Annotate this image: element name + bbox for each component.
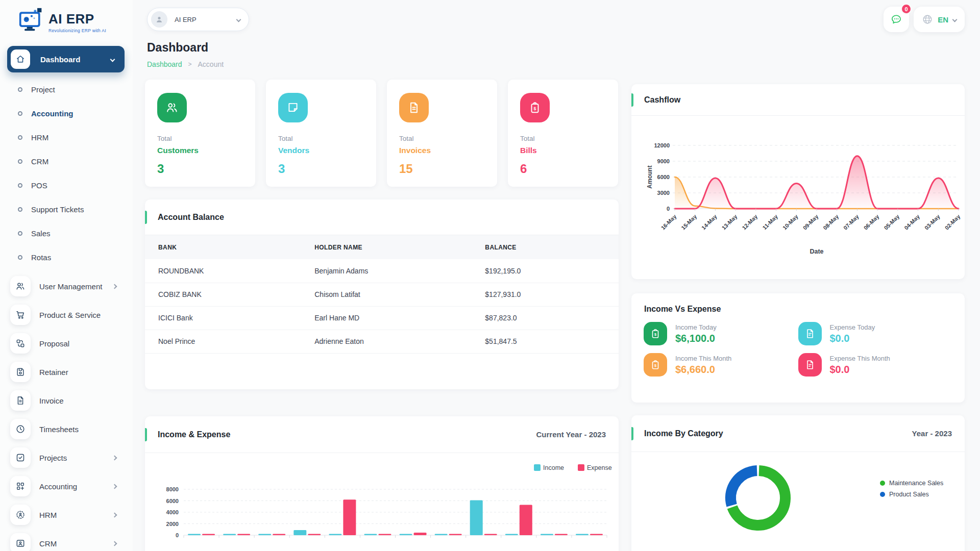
sidebar-item-user-management[interactable]: User Management: [0, 272, 133, 300]
chevron-right-icon: [112, 455, 117, 460]
accent-bar: [631, 427, 633, 440]
sidebar-item-crm[interactable]: CRM: [0, 149, 133, 173]
income-vs-expense-title: Income Vs Expense: [631, 293, 965, 314]
income-by-category-subtitle: Year - 2023: [912, 429, 952, 438]
chat-icon: [890, 13, 902, 26]
sidebar-item-projects[interactable]: Projects: [0, 443, 133, 472]
stat-card-invoices: Total Invoices 15: [387, 80, 497, 187]
cashflow-area-chart: 03000600090001200016-May15-May14-May13-M…: [631, 116, 965, 279]
breadcrumb-dashboard-link[interactable]: Dashboard: [147, 60, 182, 68]
legend-dot: [880, 481, 885, 486]
sidebar-item-accounting[interactable]: Accounting: [0, 102, 133, 126]
bullet-icon: [18, 183, 22, 188]
bill-icon: $: [650, 328, 661, 339]
metric-label: Income Today: [675, 323, 717, 331]
sidebar-item-retainer[interactable]: Retainer: [0, 358, 133, 386]
logo-title: AI ERP: [48, 11, 106, 27]
sidebar-item-sales[interactable]: Sales: [0, 221, 133, 245]
table-row: Noel PrinceAdrienne Eaton$51,847.5: [145, 330, 619, 353]
metric-label: Expense This Month: [830, 355, 890, 362]
sidebar-item-proposal[interactable]: Proposal: [0, 329, 133, 358]
stat-value: 6: [520, 162, 606, 176]
table-row: ICICI BankEarl Hane MD$87,823.0: [145, 306, 619, 330]
svg-text:02-May: 02-May: [944, 213, 962, 231]
sidebar-item-timesheets[interactable]: Timesheets: [0, 415, 133, 443]
logo-monitor-icon: [18, 7, 44, 33]
legend-item: Maintenance Sales: [880, 478, 943, 489]
sidebar-item-pos[interactable]: POS: [0, 173, 133, 197]
bill-icon: $: [528, 101, 542, 114]
bullet-icon: [18, 87, 22, 92]
donut-legend: Maintenance SalesProduct Sales: [880, 478, 943, 500]
income-expense-bar-chart: 02000400060008000IncomeExpense: [145, 453, 619, 551]
retainer-icon: [15, 367, 26, 377]
stat-card-vendors: Total Vendors 3: [266, 80, 376, 187]
sidebar-item-crm[interactable]: CRM: [0, 529, 133, 551]
svg-text:09-May: 09-May: [802, 213, 820, 231]
stat-prefix: Total: [399, 135, 485, 142]
legend-item: Product Sales: [880, 489, 943, 500]
stat-value: 3: [157, 162, 243, 176]
stat-value: 3: [278, 162, 364, 176]
chevron-down-icon: [110, 57, 115, 62]
metric-value: $0.0: [830, 364, 890, 375]
sidebar-item-project[interactable]: Project: [0, 78, 133, 102]
svg-text:Amount: Amount: [646, 165, 653, 188]
sidebar-item-rotas[interactable]: Rotas: [0, 245, 133, 269]
income-expense-chart-card: Income & Expense Current Year - 2023 020…: [145, 416, 619, 551]
svg-text:07-May: 07-May: [842, 213, 860, 231]
income-vs-expense-card: Income Vs Expense $ Income Today $6,100.…: [631, 293, 965, 403]
breadcrumb-separator: >: [188, 61, 192, 68]
sidebar-item-support-tickets[interactable]: Support Tickets: [0, 197, 133, 221]
metric-income-this-month: $ Income This Month $6,660.0: [644, 353, 798, 377]
sidebar-dashboard-label: Dashboard: [40, 55, 80, 64]
invoice-icon: [407, 101, 421, 114]
notifications-button[interactable]: 0: [884, 7, 909, 32]
bullet-icon: [18, 207, 22, 212]
globe-icon: [922, 14, 933, 25]
notification-badge: 0: [901, 4, 912, 14]
sidebar-item-accounting[interactable]: Accounting: [0, 472, 133, 500]
sidebar-item-invoice[interactable]: Invoice: [0, 386, 133, 415]
stat-cards-row: Total Customers 3 Total Vendors 3 Total …: [145, 80, 619, 187]
metric-label: Expense Today: [830, 323, 875, 331]
chevron-right-icon: [112, 484, 117, 489]
sidebar-item-hrm[interactable]: HRM: [0, 500, 133, 529]
stat-label: Vendors: [278, 146, 364, 155]
workspace-selector[interactable]: AI ERP: [147, 8, 249, 31]
sidebar-item-dashboard[interactable]: Dashboard: [7, 46, 125, 72]
sidebar-item-product-service[interactable]: Product & Service: [0, 300, 133, 329]
app-logo[interactable]: AI ERP Revolutionizing ERP with AI: [0, 0, 133, 43]
sidebar-item-hrm[interactable]: HRM: [0, 126, 133, 149]
svg-text:Income: Income: [543, 464, 564, 471]
users-icon: [15, 281, 26, 291]
bullet-icon: [18, 135, 22, 140]
stat-label: Customers: [157, 146, 243, 155]
stat-prefix: Total: [520, 135, 606, 142]
income-by-category-title: Income By Category: [644, 429, 723, 438]
projects-icon: [15, 453, 26, 463]
table-header-row: BANKHOLDER NAMEBALANCE: [145, 235, 619, 259]
svg-text:04-May: 04-May: [903, 213, 921, 231]
svg-text:6000: 6000: [657, 174, 670, 180]
cart-icon: [15, 310, 26, 320]
users-icon: [165, 101, 179, 114]
svg-text:08-May: 08-May: [822, 213, 840, 231]
account-balance-table: BANKHOLDER NAMEBALANCE ROUNDBANKBenjamin…: [145, 235, 619, 354]
column-header: BANK: [145, 235, 301, 259]
svg-text:03-May: 03-May: [923, 213, 941, 231]
svg-text:16-May: 16-May: [660, 213, 678, 231]
svg-text:10-May: 10-May: [781, 213, 799, 231]
metric-expense-this-month: Expense This Month $0.0: [798, 353, 953, 377]
invoice-icon: [15, 395, 26, 406]
column-header: BALANCE: [472, 235, 619, 259]
account-balance-card: Account Balance BANKHOLDER NAMEBALANCE R…: [145, 199, 619, 389]
cashflow-title: Cashflow: [644, 95, 680, 105]
language-selector[interactable]: EN: [914, 7, 965, 32]
svg-text:12000: 12000: [654, 142, 670, 148]
note-icon: [286, 101, 300, 114]
bullet-icon: [18, 159, 22, 164]
svg-text:$: $: [654, 363, 656, 368]
language-label: EN: [938, 15, 948, 24]
chevron-right-icon: [112, 284, 117, 289]
